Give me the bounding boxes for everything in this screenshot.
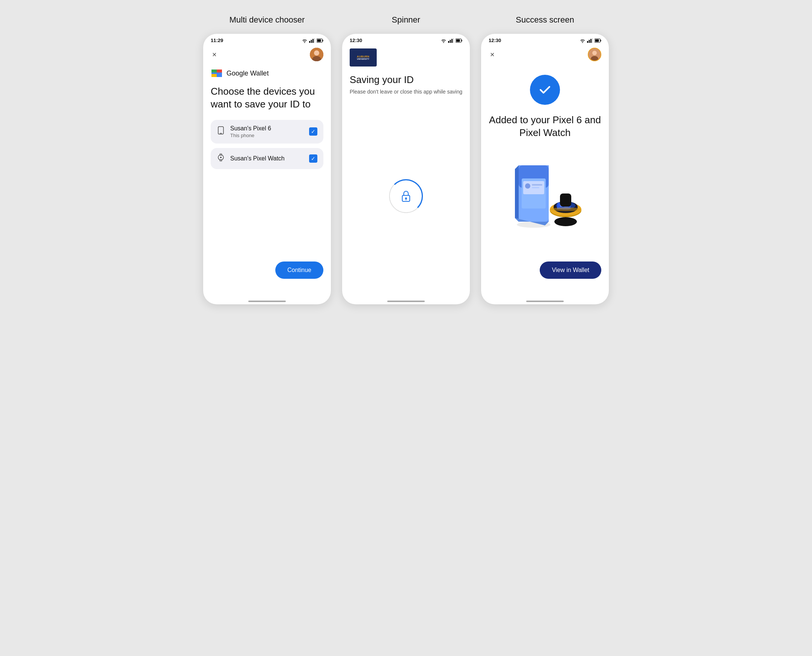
svg-point-8 xyxy=(314,50,319,56)
close-button-1[interactable]: × xyxy=(211,49,218,60)
home-indicator-1 xyxy=(248,300,286,302)
top-bar-3: × xyxy=(489,45,601,67)
time-1: 11:29 xyxy=(211,37,223,43)
spinner-arc xyxy=(389,179,423,213)
checkbox-1[interactable]: ✓ xyxy=(309,155,317,163)
screen3-title: Success screen xyxy=(516,15,574,25)
device-sub-0: This phone xyxy=(230,133,304,138)
svg-rect-33 xyxy=(589,40,590,43)
svg-marker-53 xyxy=(515,165,519,222)
phone-watch-illustration xyxy=(500,152,597,231)
status-bar-2: 12:30 xyxy=(342,34,470,45)
google-wallet-logo: Google Wallet xyxy=(211,67,323,79)
svg-rect-14 xyxy=(211,74,217,77)
choose-title: Choose the devices you want to save your… xyxy=(211,85,323,111)
device-name-1: Susan's Pixel Watch xyxy=(230,155,304,162)
checkbox-0[interactable]: ✓ xyxy=(309,127,317,136)
bottom-bar-3 xyxy=(481,294,609,304)
status-icons-1 xyxy=(302,38,323,43)
svg-rect-22 xyxy=(448,41,449,43)
svg-rect-2 xyxy=(312,39,313,43)
success-illustration xyxy=(500,152,590,227)
svg-rect-49 xyxy=(532,184,542,186)
battery-icon-3 xyxy=(594,38,601,43)
wifi-icon-3 xyxy=(579,38,585,43)
screen2-wrapper: Spinner 12:30 AUBURN UNIVERSITY xyxy=(342,15,470,304)
top-bar-1: × xyxy=(211,45,323,67)
battery-icon-2 xyxy=(455,38,462,43)
status-icons-2 xyxy=(440,38,462,43)
status-bar-3: 12:30 xyxy=(481,34,609,45)
view-wallet-button[interactable]: View in Wallet xyxy=(540,261,601,279)
device-info-0: Susan's Pixel 6 This phone xyxy=(230,125,304,138)
spinner-circle xyxy=(389,179,423,213)
svg-rect-11 xyxy=(211,73,222,74)
bottom-bar-1 xyxy=(203,294,331,304)
bottom-bar-2 xyxy=(342,294,470,304)
signal-icon-1 xyxy=(309,38,315,43)
screen3-phone-frame: 12:30 × Add xyxy=(481,34,609,304)
svg-point-66 xyxy=(550,207,581,211)
home-indicator-3 xyxy=(526,300,564,302)
screen1-title: Multi device chooser xyxy=(230,15,305,25)
svg-rect-27 xyxy=(462,39,462,41)
svg-rect-50 xyxy=(532,187,539,188)
status-icons-3 xyxy=(579,38,601,43)
svg-rect-37 xyxy=(601,39,601,41)
svg-rect-34 xyxy=(590,39,591,43)
time-2: 12:30 xyxy=(350,37,362,43)
wifi-icon-1 xyxy=(302,38,307,43)
saving-title: Saving your ID xyxy=(350,74,462,86)
phone-icon xyxy=(217,126,225,137)
google-wallet-text: Google Wallet xyxy=(227,70,269,77)
screen1-phone-frame: 11:29 × xyxy=(203,34,331,304)
svg-rect-25 xyxy=(453,38,454,43)
google-wallet-icon xyxy=(211,67,223,79)
svg-rect-13 xyxy=(217,70,222,73)
device-item-0[interactable]: Susan's Pixel 6 This phone ✓ xyxy=(211,120,323,144)
screens-container: Multi device chooser 11:29 × xyxy=(181,15,631,304)
screen3-wrapper: Success screen 12:30 × xyxy=(481,15,609,304)
svg-point-21 xyxy=(220,157,222,158)
device-name-0: Susan's Pixel 6 xyxy=(230,125,304,132)
device-info-1: Susan's Pixel Watch xyxy=(230,155,304,162)
screen3-content: × Added to your Pixel 6 and Pixel Watch xyxy=(481,45,609,294)
svg-rect-35 xyxy=(592,38,593,43)
auburn-logo: AUBURN UNIVERSITY xyxy=(350,48,377,67)
device-item-1[interactable]: Susan's Pixel Watch ✓ xyxy=(211,148,323,169)
status-bar-1: 11:29 xyxy=(203,34,331,45)
svg-rect-65 xyxy=(560,193,571,207)
svg-point-48 xyxy=(525,183,530,189)
svg-rect-15 xyxy=(217,74,222,77)
home-indicator-2 xyxy=(387,300,425,302)
svg-point-55 xyxy=(554,217,577,226)
watch-icon xyxy=(217,153,225,164)
svg-rect-5 xyxy=(323,39,323,41)
battery-icon-1 xyxy=(316,38,323,43)
checkmark-icon xyxy=(537,82,553,97)
signal-icon-3 xyxy=(587,38,593,43)
screen1-wrapper: Multi device chooser 11:29 × xyxy=(203,15,331,304)
screen1-content: × Google xyxy=(203,45,331,294)
svg-rect-1 xyxy=(311,40,312,43)
svg-rect-6 xyxy=(317,39,321,42)
success-check-icon xyxy=(530,75,560,105)
svg-rect-24 xyxy=(451,39,452,43)
time-3: 12:30 xyxy=(489,37,501,43)
spinner-container xyxy=(350,98,462,294)
avatar-3 xyxy=(588,48,601,61)
svg-rect-23 xyxy=(450,40,451,43)
screen2-phone-frame: 12:30 AUBURN UNIVERSITY Saving your ID xyxy=(342,34,470,304)
close-button-3[interactable]: × xyxy=(489,49,496,60)
svg-rect-0 xyxy=(309,41,310,43)
avatar-1 xyxy=(310,48,323,61)
svg-rect-32 xyxy=(587,41,588,43)
continue-button[interactable]: Continue xyxy=(275,261,323,279)
screen2-content: AUBURN UNIVERSITY Saving your ID Please … xyxy=(342,45,470,294)
wifi-icon-2 xyxy=(440,38,446,43)
success-title: Added to your Pixel 6 and Pixel Watch xyxy=(489,114,601,139)
svg-rect-3 xyxy=(314,38,315,43)
svg-rect-38 xyxy=(595,39,599,42)
avatar-img-1 xyxy=(310,48,323,61)
screen2-title: Spinner xyxy=(392,15,420,25)
